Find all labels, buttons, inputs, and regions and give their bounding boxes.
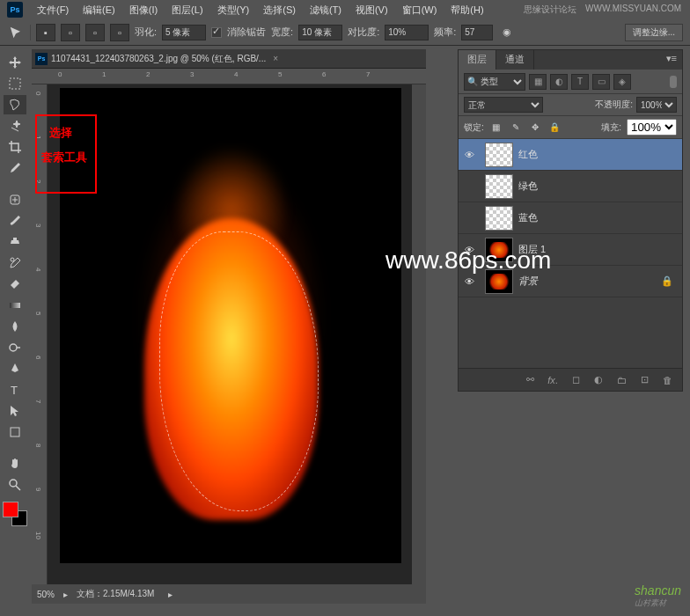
canvas-viewport[interactable] [48, 84, 412, 584]
tool-preset-icon[interactable] [7, 24, 25, 41]
new-selection-button[interactable]: ▪ [36, 24, 55, 41]
clone-stamp-tool[interactable] [4, 232, 26, 252]
foreground-color[interactable] [3, 502, 18, 517]
lock-label: 锁定: [464, 121, 484, 134]
filter-adjust-icon[interactable]: ◐ [550, 74, 568, 90]
scrollbar-vertical[interactable] [412, 84, 426, 584]
path-selection-tool[interactable] [4, 401, 26, 421]
layer-row[interactable]: 👁 红色 [459, 139, 682, 171]
zoom-tool[interactable] [4, 475, 26, 495]
layer-name[interactable]: 绿色 [518, 180, 538, 193]
contrast-input[interactable] [385, 25, 429, 40]
brush-tool[interactable] [4, 211, 26, 231]
tab-channels[interactable]: 通道 [496, 50, 534, 70]
opacity-input[interactable]: 100% [636, 97, 677, 113]
toolbar: T [0, 49, 30, 526]
doc-info-icon[interactable]: ▸ [63, 590, 68, 599]
antialias-checkbox[interactable] [211, 27, 222, 38]
document-tab[interactable]: Ps 11074431_122403780263_2.jpg @ 50% (红色… [32, 49, 426, 69]
menu-select[interactable]: 选择(S) [258, 2, 301, 18]
bottom-watermark: shancun 山村素材 [635, 583, 681, 609]
filesize: 文档：2.15M/4.13M [77, 588, 154, 600]
menu-window[interactable]: 窗口(W) [397, 2, 443, 18]
lock-all-icon[interactable]: 🔒 [547, 121, 562, 135]
svg-rect-3 [10, 303, 20, 308]
layer-thumbnail[interactable] [485, 206, 513, 231]
canvas[interactable] [60, 88, 401, 563]
svg-text:T: T [11, 384, 18, 397]
link-layers-icon[interactable]: ⚯ [522, 372, 538, 388]
healing-brush-tool[interactable] [4, 190, 26, 209]
lock-transparency-icon[interactable]: ▦ [489, 121, 503, 135]
dodge-tool[interactable] [4, 338, 26, 357]
layer-mask-icon[interactable]: ◻ [568, 372, 584, 388]
pen-pressure-icon[interactable]: ◉ [498, 24, 516, 41]
hand-tool[interactable] [4, 454, 26, 473]
magic-wand-tool[interactable] [4, 116, 26, 136]
lasso-tool[interactable] [4, 95, 26, 114]
adjustment-layer-icon[interactable]: ◐ [591, 372, 606, 388]
filter-pixel-icon[interactable]: ▦ [529, 74, 547, 90]
type-tool[interactable]: T [4, 380, 26, 400]
menu-filter[interactable]: 滤镜(T) [305, 2, 347, 18]
layer-name[interactable]: 背景 [518, 275, 538, 288]
history-brush-tool[interactable] [4, 253, 26, 273]
menu-view[interactable]: 视图(V) [350, 2, 393, 18]
crop-tool[interactable] [4, 137, 26, 157]
color-swatches[interactable] [3, 502, 27, 526]
move-tool[interactable] [4, 53, 26, 72]
zoom-level[interactable]: 50% [37, 590, 55, 599]
marquee-tool[interactable] [4, 74, 26, 93]
intersect-selection-button[interactable]: ▫ [110, 24, 129, 41]
eraser-tool[interactable] [4, 275, 26, 294]
visibility-toggle[interactable]: 👁 [459, 276, 480, 287]
lock-position-icon[interactable]: ✥ [528, 121, 542, 135]
annotation-line2: 套索工具 [41, 150, 87, 165]
menu-type[interactable]: 类型(Y) [212, 2, 255, 18]
fill-input[interactable]: 100% [627, 119, 677, 136]
lock-pixels-icon[interactable]: ✎ [509, 121, 523, 135]
blend-mode-select[interactable]: 正常 [464, 97, 543, 113]
new-layer-icon[interactable]: ⊡ [636, 372, 652, 388]
layer-row[interactable]: 绿色 [459, 171, 682, 202]
layer-name[interactable]: 红色 [518, 148, 538, 161]
fill-label: 填充: [601, 121, 621, 134]
menu-edit[interactable]: 编辑(E) [77, 2, 121, 18]
opacity-label: 不透明度: [595, 99, 633, 111]
layer-row[interactable]: 蓝色 [459, 202, 682, 234]
layer-group-icon[interactable]: 🗀 [613, 372, 629, 388]
filter-shape-icon[interactable]: ▭ [592, 74, 610, 90]
eyedropper-tool[interactable] [4, 158, 26, 178]
layer-name[interactable]: 蓝色 [518, 211, 538, 224]
visibility-toggle[interactable]: 👁 [459, 150, 480, 160]
filter-type-icon[interactable]: T [571, 74, 589, 90]
menu-file[interactable]: 文件(F) [32, 2, 74, 18]
panel-menu-icon[interactable]: ▾≡ [661, 50, 682, 70]
menu-help[interactable]: 帮助(H) [445, 2, 488, 18]
feather-input[interactable] [162, 25, 206, 40]
layer-blend-row: 正常 不透明度: 100% [459, 94, 682, 116]
layers-panel: 图层 通道 ▾≡ 🔍 类型 ▦ ◐ T ▭ ◈ 正常 不透明度: 100% 锁定… [458, 49, 683, 392]
pen-tool[interactable] [4, 359, 26, 378]
close-icon[interactable]: × [273, 54, 278, 63]
gradient-tool[interactable] [4, 296, 26, 315]
shape-tool[interactable] [4, 422, 26, 442]
layer-fx-icon[interactable]: fx. [545, 372, 561, 388]
width-input[interactable] [298, 25, 342, 40]
add-selection-button[interactable]: ▫ [61, 24, 80, 41]
svg-point-2 [11, 258, 14, 261]
menu-layer[interactable]: 图层(L) [166, 2, 208, 18]
layer-thumbnail[interactable] [485, 174, 513, 199]
subtract-selection-button[interactable]: ▫ [85, 24, 105, 41]
menu-image[interactable]: 图像(I) [124, 2, 163, 18]
menu-bar: Ps 文件(F) 编辑(E) 图像(I) 图层(L) 类型(Y) 选择(S) 滤… [0, 0, 690, 19]
frequency-input[interactable] [461, 25, 493, 40]
filter-smart-icon[interactable]: ◈ [613, 74, 631, 90]
refine-edge-button[interactable]: 调整边缘... [625, 24, 683, 41]
tab-layers[interactable]: 图层 [459, 50, 496, 70]
layer-thumbnail[interactable] [485, 143, 513, 167]
ps-logo-icon: Ps [7, 2, 23, 18]
delete-layer-icon[interactable]: 🗑 [659, 372, 675, 388]
blur-tool[interactable] [4, 317, 26, 336]
filter-toggle[interactable] [670, 76, 677, 88]
